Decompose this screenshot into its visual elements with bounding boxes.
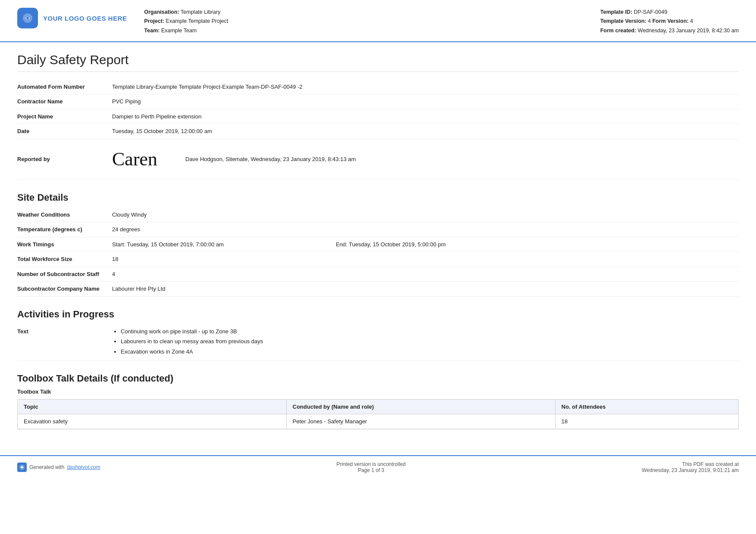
main-content: Daily Safety Report Automated Form Numbe… <box>0 42 756 443</box>
project-label: Project: <box>144 18 165 24</box>
subcontractor-staff-label: Number of Subcontractor Staff <box>17 270 112 279</box>
project-name-row: Project Name Dampier to Perth Pipeline e… <box>17 109 739 124</box>
reported-by-text: Dave Hodgson, Sitemate, Wednesday, 23 Ja… <box>185 155 356 164</box>
activity-item: Labourers in to clean up messy areas fro… <box>121 337 739 346</box>
page-footer: Generated with dashpivot.com Printed ver… <box>0 455 756 478</box>
activity-item: Continuing work on pipe install - up to … <box>121 327 739 336</box>
table-cell-conducted: Peter Jones - Safety Manager <box>287 414 556 428</box>
site-details-title: Site Details <box>17 192 739 203</box>
footer-pdf-date: Wednesday, 23 January 2019, 9:01:21 am <box>642 467 739 473</box>
activity-item: Excavation works in Zone 4A <box>121 348 739 356</box>
contractor-name-label: Contractor Name <box>17 97 112 106</box>
date-value: Tuesday, 15 October 2019, 12:00:00 am <box>112 127 739 136</box>
project-name-label: Project Name <box>17 112 112 121</box>
automated-form-row: Automated Form Number Template Library-E… <box>17 80 739 95</box>
workforce-size-row: Total Workforce Size 18 <box>17 252 739 267</box>
header-center: Organisation: Template Library Project: … <box>127 8 600 35</box>
activities-list: Continuing work on pipe install - up to … <box>112 327 739 356</box>
temperature-value: 24 degrees <box>112 225 739 234</box>
automated-form-value: Template Library-Example Template Projec… <box>112 83 739 91</box>
signature-image: Caren <box>112 145 177 174</box>
team-row: Team: Example Team <box>144 26 583 35</box>
date-row: Date Tuesday, 15 October 2019, 12:00:00 … <box>17 124 739 139</box>
reported-by-row: Reported by Caren Dave Hodgson, Sitemate… <box>17 139 739 180</box>
activities-title: Activities in Progress <box>17 309 739 320</box>
activities-list-container: Continuing work on pipe install - up to … <box>112 327 739 358</box>
template-version-label: Template Version: <box>600 18 647 24</box>
footer-generated-text: Generated with <box>29 464 64 470</box>
header-right: Template ID: DP-SAF-0049 Template Versio… <box>600 8 739 35</box>
activities-text-label: Text <box>17 327 112 336</box>
footer-uncontrolled: Printed version is uncontrolled <box>336 461 406 467</box>
footer-logo-icon <box>17 463 27 472</box>
table-header-row: Topic Conducted by (Name and role) No. o… <box>18 400 738 414</box>
svg-point-0 <box>26 17 29 19</box>
team-label: Team: <box>144 28 160 34</box>
project-name-value: Dampier to Perth Pipeline extension <box>112 112 739 121</box>
page-title: Daily Safety Report <box>17 53 739 72</box>
form-created-label: Form created: <box>600 28 636 34</box>
table-cell-attendees: 18 <box>556 414 739 428</box>
workforce-size-label: Total Workforce Size <box>17 255 112 264</box>
form-version-label: Form Version: <box>652 18 690 24</box>
project-row: Project: Example Template Project <box>144 17 583 26</box>
toolbox-talk-label: Toolbox Talk <box>17 388 739 395</box>
logo-text: YOUR LOGO GOES HERE <box>43 15 127 22</box>
weather-label: Weather Conditions <box>17 211 112 219</box>
footer-page-info: Page 1 of 3 <box>336 467 406 473</box>
weather-row: Weather Conditions Cloudy Windy <box>17 208 739 223</box>
reported-by-label: Reported by <box>17 155 112 164</box>
project-value: Example Template Project <box>166 18 228 24</box>
work-timings-row: Work Timings Start: Tuesday, 15 October … <box>17 237 739 252</box>
workforce-size-value: 18 <box>112 255 739 264</box>
subcontractor-company-label: Subcontractor Company Name <box>17 285 112 293</box>
table-cell-topic: Excavation safety <box>18 414 287 428</box>
toolbox-section-title: Toolbox Talk Details (If conducted) <box>17 373 739 384</box>
org-row: Organisation: Template Library <box>144 8 583 17</box>
footer-left: Generated with dashpivot.com <box>17 463 100 472</box>
template-id-label: Template ID: <box>600 9 632 15</box>
work-timings-start: Start: Tuesday, 15 October 2019, 7:00:00… <box>112 240 224 249</box>
template-id-row: Template ID: DP-SAF-0049 <box>600 8 739 17</box>
subcontractor-company-row: Subcontractor Company Name Labourer Hire… <box>17 282 739 297</box>
work-timings-value: Start: Tuesday, 15 October 2019, 7:00:00… <box>112 240 739 249</box>
form-created-value: Wednesday, 23 January 2019, 8:42:30 am <box>638 28 739 34</box>
subcontractor-staff-row: Number of Subcontractor Staff 4 <box>17 267 739 282</box>
work-timings-label: Work Timings <box>17 240 112 249</box>
signature-area: Caren Dave Hodgson, Sitemate, Wednesday,… <box>112 145 739 174</box>
temperature-label: Temperature (degrees c) <box>17 225 112 234</box>
work-timings-end: End: Tuesday, 15 October 2019, 5:00:00 p… <box>336 240 446 249</box>
activities-row: Text Continuing work on pipe install - u… <box>17 324 739 361</box>
contractor-name-row: Contractor Name PVC Piping <box>17 94 739 109</box>
table-row: Excavation safety Peter Jones - Safety M… <box>18 414 738 429</box>
table-header-topic: Topic <box>18 400 287 414</box>
work-timings-split: Start: Tuesday, 15 October 2019, 7:00:00… <box>112 240 739 249</box>
subcontractor-staff-value: 4 <box>112 270 739 279</box>
template-id-value: DP-SAF-0049 <box>634 9 667 15</box>
footer-center: Printed version is uncontrolled Page 1 o… <box>336 461 406 473</box>
logo-icon <box>17 8 38 28</box>
temperature-row: Temperature (degrees c) 24 degrees <box>17 222 739 237</box>
team-value: Example Team <box>161 28 197 34</box>
logo-area: YOUR LOGO GOES HERE <box>17 8 127 28</box>
org-value: Template Library <box>181 9 220 15</box>
page-header: YOUR LOGO GOES HERE Organisation: Templa… <box>0 0 756 42</box>
reported-by-value: Caren Dave Hodgson, Sitemate, Wednesday,… <box>112 145 739 174</box>
subcontractor-company-value: Labourer Hire Pty Ltd <box>112 285 739 293</box>
table-header-attendees: No. of Attendees <box>556 400 739 414</box>
form-version-value: 4 <box>690 18 693 24</box>
date-label: Date <box>17 127 112 136</box>
footer-pdf-created: This PDF was created at <box>642 461 739 467</box>
footer-link[interactable]: dashpivot.com <box>67 464 100 470</box>
contractor-name-value: PVC Piping <box>112 97 739 106</box>
automated-form-label: Automated Form Number <box>17 83 112 91</box>
table-header-conducted: Conducted by (Name and role) <box>287 400 556 414</box>
footer-right: This PDF was created at Wednesday, 23 Ja… <box>642 461 739 473</box>
form-created-row: Form created: Wednesday, 23 January 2019… <box>600 26 739 35</box>
version-row: Template Version: 4 Form Version: 4 <box>600 17 739 26</box>
org-label: Organisation: <box>144 9 179 15</box>
template-version-value: 4 <box>648 18 651 24</box>
toolbox-table: Topic Conducted by (Name and role) No. o… <box>17 399 739 429</box>
weather-value: Cloudy Windy <box>112 211 739 219</box>
